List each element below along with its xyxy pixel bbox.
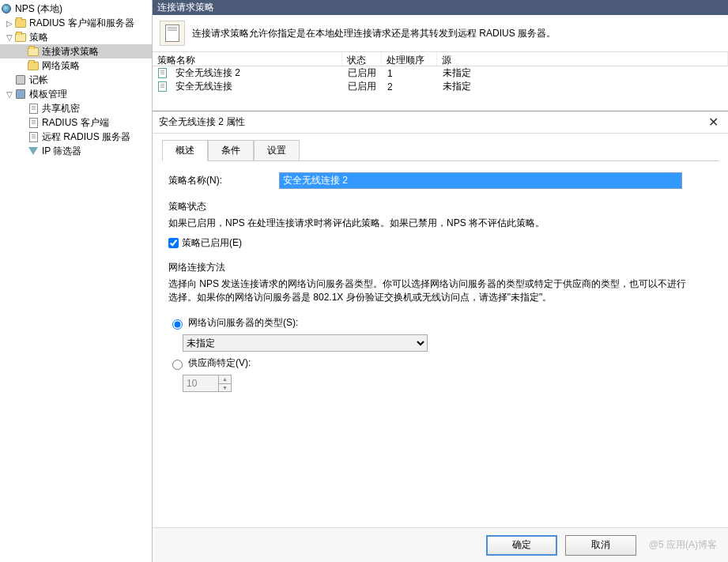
tree-root[interactable]: NPS (本地) — [0, 2, 152, 16]
globe-icon — [0, 2, 13, 15]
policy-state-heading: 策略状态 — [168, 200, 712, 213]
ok-button[interactable]: 确定 — [486, 535, 557, 556]
nas-type-radio[interactable]: 网络访问服务器的类型(S): — [168, 316, 712, 330]
dialog-titlebar: 安全无线连接 2 属性 ✕ — [153, 111, 728, 134]
conn-method-desc: 选择向 NPS 发送连接请求的网络访问服务器类型。你可以选择网络访问服务器的类型… — [168, 277, 690, 304]
vendor-id-spinner: 10 ▲▼ — [183, 375, 232, 392]
tab-overview[interactable]: 概述 — [162, 140, 208, 161]
th-order[interactable]: 处理顺序 — [382, 52, 437, 66]
server-icon — [14, 74, 27, 86]
spin-down-icon: ▼ — [219, 384, 231, 392]
server-icon — [14, 88, 27, 100]
th-name[interactable]: 策略名称 — [153, 52, 342, 66]
collapse-icon[interactable]: ▽ — [5, 90, 14, 99]
tab-body: 策略名称(N): 策略状态 如果已启用，NPS 在处理连接请求时将评估此策略。如… — [162, 160, 719, 527]
tree-accounting[interactable]: 记帐 — [0, 73, 152, 87]
th-status[interactable]: 状态 — [342, 52, 382, 66]
tree-template-mgmt[interactable]: ▽模板管理 — [0, 87, 152, 101]
tab-strip: 概述 条件 设置 — [153, 134, 728, 161]
collapse-icon[interactable]: ▽ — [5, 33, 14, 42]
policy-doc-icon — [160, 21, 185, 46]
spin-up-icon: ▲ — [219, 375, 231, 384]
expand-icon[interactable]: ▷ — [5, 19, 14, 28]
policy-enabled-input[interactable] — [168, 238, 179, 248]
tree-network-policies[interactable]: 网络策略 — [0, 58, 152, 73]
page-icon — [156, 81, 168, 93]
dialog-title-text: 安全无线连接 2 属性 — [159, 115, 245, 129]
tree-remote-radius-servers[interactable]: 远程 RADIUS 服务器 — [0, 130, 152, 144]
table-row[interactable]: 安全无线连接 2 已启用 1 未指定 — [153, 66, 728, 80]
nas-type-select[interactable]: 未指定 — [183, 334, 428, 352]
tab-settings[interactable]: 设置 — [254, 140, 300, 161]
tree-policies[interactable]: ▽策略 — [0, 30, 152, 44]
watermark-text: @5 应用(A)博客 — [649, 538, 717, 552]
info-text: 连接请求策略允许你指定是在本地处理连接请求还是将其转发到远程 RADIUS 服务… — [192, 27, 556, 40]
tab-conditions[interactable]: 条件 — [208, 140, 254, 161]
policy-table-header: 策略名称 状态 处理顺序 源 — [153, 52, 728, 66]
dialog-button-row: 确定 取消 @5 应用(A)博客 — [153, 527, 728, 562]
tree-radius-clients-servers[interactable]: ▷RADIUS 客户端和服务器 — [0, 16, 152, 30]
page-icon — [27, 130, 40, 143]
policy-state-desc: 如果已启用，NPS 在处理连接请求时将评估此策略。如果已禁用，NPS 将不评估此… — [168, 217, 712, 230]
policy-name-input[interactable] — [279, 172, 682, 189]
spinner-buttons: ▲▼ — [218, 375, 231, 391]
policy-name-label: 策略名称(N): — [168, 174, 279, 187]
page-icon — [156, 67, 168, 80]
cancel-button[interactable]: 取消 — [565, 535, 636, 556]
folder-icon — [27, 45, 40, 58]
pane-title: 连接请求策略 — [153, 0, 728, 15]
folder-icon — [14, 17, 27, 29]
th-source[interactable]: 源 — [437, 52, 728, 66]
conn-method-heading: 网络连接方法 — [168, 261, 712, 274]
main-pane: 连接请求策略 连接请求策略允许你指定是在本地处理连接请求还是将其转发到远程 RA… — [153, 0, 728, 562]
tree-shared-secrets[interactable]: 共享机密 — [0, 101, 152, 115]
tree-radius-clients[interactable]: RADIUS 客户端 — [0, 115, 152, 130]
nas-type-radio-input[interactable] — [172, 319, 183, 330]
policy-enabled-checkbox[interactable]: 策略已启用(E) — [168, 236, 712, 250]
vendor-specific-radio-input[interactable] — [172, 360, 183, 370]
folder-icon — [14, 31, 27, 43]
funnel-icon — [27, 145, 40, 157]
tree-ip-filters[interactable]: IP 筛选器 — [0, 144, 152, 158]
info-bar: 连接请求策略允许你指定是在本地处理连接请求还是将其转发到远程 RADIUS 服务… — [153, 15, 728, 52]
tree-conn-request-policies[interactable]: 连接请求策略 — [0, 44, 152, 58]
table-row[interactable]: 安全无线连接 已启用 2 未指定 — [153, 80, 728, 93]
sidebar-tree: NPS (本地) ▷RADIUS 客户端和服务器 ▽策略 连接请求策略 网络策略… — [0, 0, 153, 562]
folder-icon — [27, 59, 40, 72]
page-icon — [27, 102, 40, 115]
close-icon[interactable]: ✕ — [705, 115, 722, 130]
vendor-specific-radio[interactable]: 供应商特定(V): — [168, 356, 712, 370]
properties-dialog: 安全无线连接 2 属性 ✕ 概述 条件 设置 策略名称(N): 策略状态 如果已… — [153, 111, 728, 562]
page-icon — [27, 116, 40, 129]
